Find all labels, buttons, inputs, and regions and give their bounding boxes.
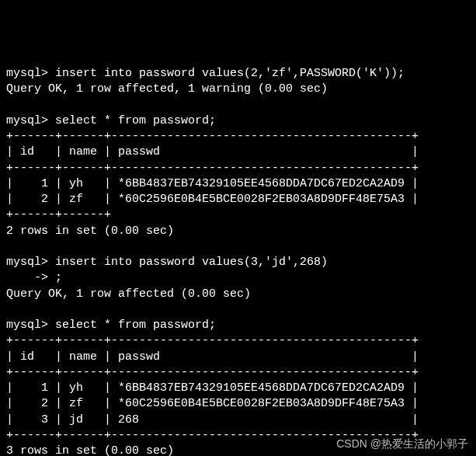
rows-in-set-message: 2 rows in set (0.00 sec) xyxy=(6,225,174,238)
mysql-continuation-prompt: -> xyxy=(6,271,48,284)
query-result-message: Query OK, 1 row affected, 1 warning (0.0… xyxy=(6,82,328,96)
terminal-output: mysql> insert into password values(2,'zf… xyxy=(6,67,419,456)
mysql-prompt: mysql> xyxy=(6,114,48,127)
mysql-prompt: mysql> xyxy=(6,319,48,332)
csdn-watermark: CSDN @热爱生活的小郭子 xyxy=(336,437,468,451)
query-result-message: Query OK, 1 row affected (0.00 sec) xyxy=(6,287,251,301)
sql-insert-statement: insert into password values(3,'jd',268) xyxy=(55,256,328,269)
sql-terminator: ; xyxy=(55,271,62,284)
sql-select-statement: select * from password; xyxy=(55,319,216,332)
sql-select-statement: select * from password; xyxy=(55,114,216,127)
table-border: +------+------+-------------------------… xyxy=(6,366,419,379)
table-row: | 1 | yh | *6BB4837EB74329105EE4568DDA7D… xyxy=(6,177,419,190)
mysql-prompt: mysql> xyxy=(6,67,48,80)
table-row: | 3 | jd | 268 | xyxy=(6,413,419,426)
sql-insert-statement: insert into password values(2,'zf',PASSW… xyxy=(55,67,405,80)
table-header: | id | name | passwd | xyxy=(6,350,419,364)
rows-in-set-message: 3 rows in set (0.00 sec) xyxy=(6,444,174,456)
table-row: | 2 | zf | *60C2596E0B4E5BCE0028F2EB03A8… xyxy=(6,193,419,206)
mysql-prompt: mysql> xyxy=(6,256,48,269)
table-border: +------+------+-------------------------… xyxy=(6,130,419,143)
table-row: | 2 | zf | *60C2596E0B4E5BCE0028F2EB03A8… xyxy=(6,397,419,410)
table-row: | 1 | yh | *6BB4837EB74329105EE4568DDA7D… xyxy=(6,381,419,395)
table-border: +------+------+-------------------------… xyxy=(6,162,419,175)
table-border: +------+------+-------------------------… xyxy=(6,334,419,347)
table-header: | id | name | passwd | xyxy=(6,145,419,158)
table-border-trailing: +------+------+ xyxy=(6,208,419,221)
